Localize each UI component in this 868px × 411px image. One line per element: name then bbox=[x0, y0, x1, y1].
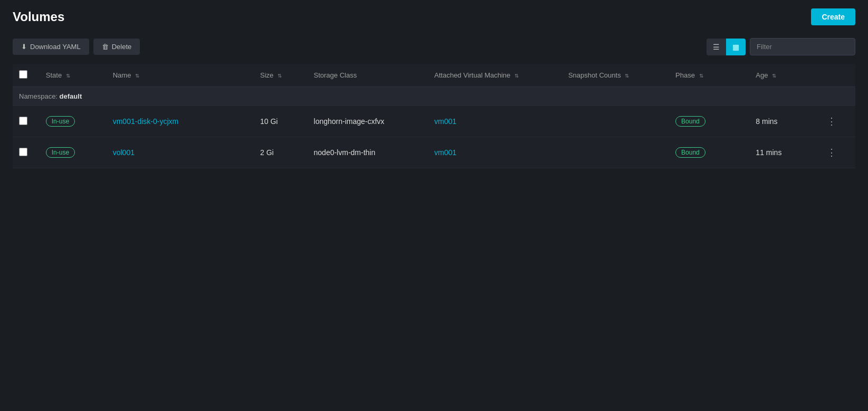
list-view-button[interactable]: ☰ bbox=[707, 39, 726, 55]
storage-class-cell-2: node0-lvm-dm-thin bbox=[308, 137, 428, 168]
age-cell-1: 8 mins bbox=[749, 106, 816, 137]
sort-icon-vm: ⇅ bbox=[514, 73, 519, 79]
row-menu-button-1[interactable]: ⋮ bbox=[823, 113, 841, 129]
sort-icon-size: ⇅ bbox=[278, 73, 282, 79]
state-cell-1: In-use bbox=[40, 106, 107, 137]
grid-view-button[interactable]: ▦ bbox=[726, 39, 746, 55]
size-cell-2: 2 Gi bbox=[254, 137, 308, 168]
delete-button[interactable]: 🗑 Delete bbox=[93, 39, 140, 55]
column-header-size[interactable]: Size ⇅ bbox=[254, 64, 308, 87]
table-row: In-use vol001 2 Gi node0-lvm-dm-thin vm0… bbox=[13, 137, 855, 168]
age-cell-2: 11 mins bbox=[749, 137, 816, 168]
sort-icon-snapshot: ⇅ bbox=[625, 73, 629, 79]
filter-input[interactable] bbox=[750, 38, 855, 55]
column-header-name[interactable]: Name ⇅ bbox=[107, 64, 254, 87]
row-checkbox-2[interactable] bbox=[19, 148, 27, 156]
namespace-value: default bbox=[60, 92, 82, 100]
size-cell-1: 10 Gi bbox=[254, 106, 308, 137]
actions-cell-2: ⋮ bbox=[816, 137, 855, 168]
snapshot-counts-cell-2 bbox=[562, 137, 669, 168]
name-cell-2: vol001 bbox=[107, 137, 254, 168]
phase-badge-2: Bound bbox=[675, 147, 705, 158]
column-header-snapshot-counts[interactable]: Snapshot Counts ⇅ bbox=[562, 64, 669, 87]
namespace-label: Namespace: bbox=[19, 92, 58, 100]
view-toggle: ☰ ▦ bbox=[707, 39, 746, 55]
create-button[interactable]: Create bbox=[811, 8, 855, 25]
namespace-row: Namespace: default bbox=[13, 87, 855, 106]
name-cell-1: vm001-disk-0-ycjxm bbox=[107, 106, 254, 137]
page-title: Volumes bbox=[13, 9, 64, 24]
select-all-checkbox[interactable] bbox=[19, 70, 27, 79]
sort-icon-age: ⇅ bbox=[772, 73, 776, 79]
snapshot-counts-cell-1 bbox=[562, 106, 669, 137]
phase-badge-1: Bound bbox=[675, 116, 705, 127]
state-badge-1: In-use bbox=[46, 116, 75, 127]
row-menu-button-2[interactable]: ⋮ bbox=[823, 145, 841, 160]
sort-icon-phase: ⇅ bbox=[699, 73, 703, 79]
volume-name-link-2[interactable]: vol001 bbox=[113, 148, 135, 157]
state-cell-2: In-use bbox=[40, 137, 107, 168]
volume-name-link-1[interactable]: vm001-disk-0-ycjxm bbox=[113, 117, 178, 126]
table-body: Namespace: default In-use vm001-disk-0-y… bbox=[13, 87, 855, 168]
column-header-phase[interactable]: Phase ⇅ bbox=[669, 64, 749, 87]
column-header-storage-class[interactable]: Storage Class bbox=[308, 64, 428, 87]
select-all-header bbox=[13, 64, 40, 87]
attached-vm-cell-2: vm001 bbox=[428, 137, 562, 168]
namespace-cell: Namespace: default bbox=[13, 87, 855, 106]
toolbar: ⬇ Download YAML 🗑 Delete ☰ ▦ bbox=[0, 34, 868, 64]
storage-class-cell-1: longhorn-image-cxfvx bbox=[308, 106, 428, 137]
actions-cell-1: ⋮ bbox=[816, 106, 855, 137]
page-header: Volumes Create bbox=[0, 0, 868, 34]
vm-link-2[interactable]: vm001 bbox=[434, 148, 456, 157]
vm-link-1[interactable]: vm001 bbox=[434, 117, 456, 126]
toolbar-right: ☰ ▦ bbox=[707, 38, 855, 55]
table-header: State ⇅ Name ⇅ Size ⇅ Storage Class Atta… bbox=[13, 64, 855, 87]
table-container: State ⇅ Name ⇅ Size ⇅ Storage Class Atta… bbox=[0, 64, 868, 168]
phase-cell-2: Bound bbox=[669, 137, 749, 168]
volumes-table: State ⇅ Name ⇅ Size ⇅ Storage Class Atta… bbox=[13, 64, 855, 168]
state-badge-2: In-use bbox=[46, 147, 75, 158]
download-icon: ⬇ bbox=[21, 43, 27, 51]
column-header-actions bbox=[816, 64, 855, 87]
row-checkbox-cell-2 bbox=[13, 137, 40, 168]
toolbar-left: ⬇ Download YAML 🗑 Delete bbox=[13, 39, 140, 55]
sort-icon-name: ⇅ bbox=[135, 73, 139, 79]
table-row: In-use vm001-disk-0-ycjxm 10 Gi longhorn… bbox=[13, 106, 855, 137]
attached-vm-cell-1: vm001 bbox=[428, 106, 562, 137]
row-checkbox-cell-1 bbox=[13, 106, 40, 137]
column-header-age[interactable]: Age ⇅ bbox=[749, 64, 816, 87]
sort-icon-state: ⇅ bbox=[66, 73, 70, 79]
trash-icon: 🗑 bbox=[102, 43, 109, 51]
phase-cell-1: Bound bbox=[669, 106, 749, 137]
column-header-attached-vm[interactable]: Attached Virtual Machine ⇅ bbox=[428, 64, 562, 87]
download-yaml-button[interactable]: ⬇ Download YAML bbox=[13, 39, 89, 55]
grid-icon: ▦ bbox=[732, 43, 739, 51]
row-checkbox-1[interactable] bbox=[19, 117, 27, 125]
column-header-state[interactable]: State ⇅ bbox=[40, 64, 107, 87]
list-icon: ☰ bbox=[713, 43, 720, 51]
